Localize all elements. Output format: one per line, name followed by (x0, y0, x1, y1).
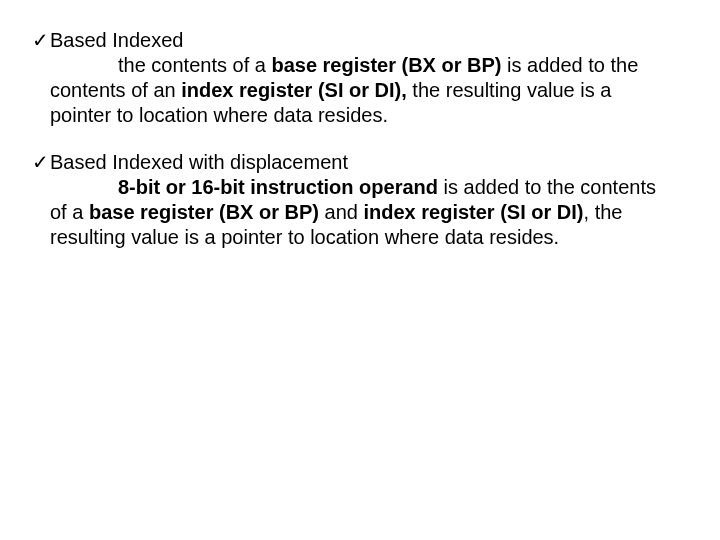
bold-segment: 8-bit or 16-bit instruction operand (118, 176, 438, 198)
bullet-body: 8-bit or 16-bit instruction operand is a… (50, 175, 670, 250)
bullet-title: Based Indexed (50, 29, 183, 51)
bullet-item-based-indexed: ✓ Based Indexed the contents of a base r… (50, 28, 670, 128)
slide: ✓ Based Indexed the contents of a base r… (0, 0, 720, 540)
bold-segment: base register (BX or BP) (271, 54, 501, 76)
bold-segment: index register (SI or DI), (181, 79, 407, 101)
bullet-title: Based Indexed with displacement (50, 151, 348, 173)
text-segment: the contents of a (118, 54, 271, 76)
bullet-body: the contents of a base register (BX or B… (50, 53, 670, 128)
bold-segment: index register (SI or DI) (363, 201, 583, 223)
text-segment: and (319, 201, 363, 223)
check-icon: ✓ (32, 150, 49, 175)
bullet-heading: ✓ Based Indexed with displacement (50, 150, 670, 175)
bold-segment: base register (BX or BP) (89, 201, 319, 223)
bullet-heading: ✓ Based Indexed (50, 28, 670, 53)
bullet-item-based-indexed-displacement: ✓ Based Indexed with displacement 8-bit … (50, 150, 670, 250)
check-icon: ✓ (32, 28, 49, 53)
